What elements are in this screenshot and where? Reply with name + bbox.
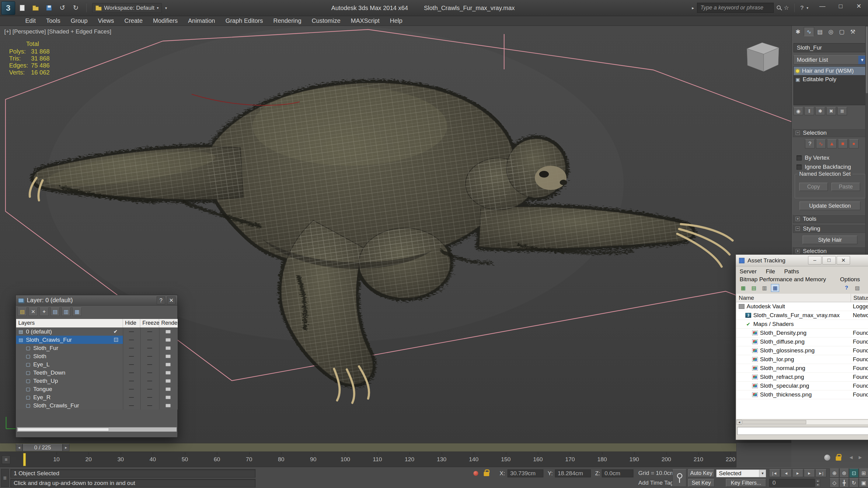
menu-file[interactable]: File xyxy=(766,268,775,275)
selection-rollout-header[interactable]: − Selection xyxy=(793,128,867,137)
close-icon[interactable]: ✕ xyxy=(837,256,850,264)
zoom-extents-icon[interactable]: ⊡ xyxy=(849,468,859,478)
go-to-start-icon[interactable]: |◄ xyxy=(769,469,780,477)
menu-maxscript[interactable]: MAXScript xyxy=(346,16,384,26)
hide-toggle[interactable]: — xyxy=(128,362,135,367)
report-icon[interactable]: ▤ xyxy=(750,284,758,292)
maximize-icon[interactable]: □ xyxy=(823,256,836,264)
menu-graph-editors[interactable]: Graph Editors xyxy=(220,16,268,26)
freeze-toggle[interactable]: — xyxy=(146,362,153,367)
asset-row[interactable]: Autodesk VaultLogged Ou xyxy=(736,302,868,311)
current-frame-field[interactable]: 0 xyxy=(769,479,815,487)
freeze-toggle[interactable]: — xyxy=(146,403,153,408)
add-selection-to-layer-icon[interactable]: + xyxy=(39,307,49,316)
elements-icon[interactable]: ● xyxy=(849,139,859,149)
selection2-rollout-header[interactable]: + Selection xyxy=(793,247,867,255)
render-toggle-icon[interactable] xyxy=(165,387,171,391)
modifier-list-dropdown[interactable]: Modifier List ▼ xyxy=(794,55,866,64)
render-toggle-icon[interactable] xyxy=(165,355,171,358)
layer-row[interactable]: ▢Teeth_Up—— xyxy=(16,377,178,385)
current-layer-check-icon[interactable]: ✔ xyxy=(114,329,118,334)
guides-icon[interactable]: ∿ xyxy=(816,139,826,149)
configure-modifier-sets-icon[interactable]: ≣ xyxy=(837,107,847,115)
menu-customize[interactable]: Customize xyxy=(307,16,346,26)
help-dropdown-icon[interactable]: ▾ xyxy=(807,6,808,10)
render-toggle-icon[interactable] xyxy=(165,346,171,350)
paste-button[interactable]: Paste xyxy=(832,183,860,191)
freeze-toggle[interactable]: — xyxy=(146,386,153,392)
freeze-toggle[interactable]: — xyxy=(146,354,153,359)
save-file-icon[interactable] xyxy=(44,3,54,13)
hide-toggle[interactable]: — xyxy=(128,386,135,392)
create-tab-icon[interactable]: ✱ xyxy=(793,27,803,36)
x-coordinate-field[interactable]: 30.739cm xyxy=(507,469,544,477)
menu-edit[interactable]: Edit xyxy=(20,16,41,26)
z-coordinate-field[interactable]: 0.0cm xyxy=(602,469,633,477)
network-icon[interactable]: ▨ xyxy=(853,284,861,292)
render-toggle-icon[interactable] xyxy=(165,396,171,399)
field-of-view-icon[interactable]: ◇ xyxy=(830,478,839,487)
make-unique-icon[interactable]: ✱ xyxy=(815,107,825,115)
style-hair-button[interactable]: Style Hair xyxy=(803,236,857,244)
hierarchy-tab-icon[interactable]: ▤ xyxy=(815,27,825,36)
table-view-icon[interactable]: ▦ xyxy=(771,284,779,292)
track-bar[interactable]: ◄ 0 / 225 ► xyxy=(0,443,736,452)
menu-options[interactable]: Options xyxy=(840,276,860,283)
open-file-icon[interactable] xyxy=(30,3,41,13)
render-toggle-icon[interactable] xyxy=(165,404,171,408)
time-slider-label[interactable]: 0 / 225 xyxy=(23,444,63,451)
modifier-stack-item[interactable]: Hair and Fur (WSM) xyxy=(794,67,866,75)
hide-toggle[interactable]: — xyxy=(128,395,135,400)
help-button[interactable]: ? xyxy=(157,296,165,304)
frame-spinner[interactable]: ▴▾ xyxy=(815,479,820,487)
workspace-extra-dropdown-icon[interactable]: ▾ xyxy=(165,6,167,10)
menu-help[interactable]: Help xyxy=(385,16,408,26)
freeze-toggle[interactable]: — xyxy=(146,346,153,351)
scroll-left-icon[interactable]: ◄ xyxy=(737,420,742,424)
menu-modifiers[interactable]: Modifiers xyxy=(148,16,183,26)
select-objects-in-layer-icon[interactable]: ▤ xyxy=(51,307,60,316)
freeze-toggle[interactable]: — xyxy=(146,329,153,334)
previous-key-icon[interactable]: ◄ xyxy=(848,455,854,461)
maxscript-mini-listener[interactable]: ≣ xyxy=(1,469,9,487)
communication-center-icon[interactable]: ☆ xyxy=(784,5,789,11)
ignore-backfacing-checkbox[interactable] xyxy=(797,164,802,170)
modify-tab-icon[interactable]: ∿ xyxy=(804,27,814,36)
render-toggle-icon[interactable] xyxy=(165,338,171,342)
layer-row[interactable]: ▤0 (default)✔—— xyxy=(16,327,178,336)
horizontal-scrollbar[interactable]: ◄ ► xyxy=(736,420,868,425)
show-end-result-icon[interactable]: ‖ xyxy=(804,107,814,115)
layer-row[interactable]: ▢Sloth_Crawls_Fur—— xyxy=(16,401,178,410)
layer-row[interactable]: ▢Eye_R—— xyxy=(16,393,178,401)
asset-row[interactable]: Sloth_specular.pngFound xyxy=(736,382,868,390)
layer-row[interactable]: ▢Tongue—— xyxy=(16,385,178,393)
asset-row[interactable]: Sloth_normal.pngFound xyxy=(736,364,868,373)
key-filter-dropdown[interactable]: Selected ▾ xyxy=(716,469,766,477)
layer-row[interactable]: ▢Teeth_Down—— xyxy=(16,368,178,377)
add-time-tag[interactable]: Add Time Tag xyxy=(638,479,674,487)
layer-dialog-titlebar[interactable]: Layer: 0 (default) xyxy=(16,295,177,305)
previous-frame-icon[interactable]: ◄ xyxy=(781,469,792,477)
hide-toggle[interactable]: — xyxy=(128,329,135,334)
close-icon[interactable]: ✕ xyxy=(167,296,176,304)
render-toggle-icon[interactable] xyxy=(165,371,171,375)
copy-button[interactable]: Copy xyxy=(799,183,828,191)
asset-row[interactable]: Sloth_thickness.pngFound xyxy=(736,390,868,399)
menu-create[interactable]: Create xyxy=(119,16,148,26)
redo-icon[interactable]: ↻ xyxy=(70,3,81,13)
workspace-dropdown[interactable]: Workspace: Default ▾ xyxy=(92,3,162,13)
polygons-icon[interactable]: ■ xyxy=(838,139,848,149)
close-icon[interactable]: ✕ xyxy=(850,0,868,12)
motion-tab-icon[interactable]: ◎ xyxy=(826,27,836,36)
orbit-icon[interactable]: ↻ xyxy=(849,478,859,487)
time-slider[interactable]: ◄ 0 / 225 ► xyxy=(16,444,69,451)
hide-toggle[interactable]: — xyxy=(128,354,135,359)
zoom-all-icon[interactable]: ⊛ xyxy=(839,468,849,478)
search-collapse-icon[interactable]: ▸ xyxy=(692,6,694,10)
new-scene-icon[interactable] xyxy=(17,3,27,13)
hide-toggle[interactable]: — xyxy=(128,337,135,343)
open-mini-curve-editor-button[interactable]: ≡ xyxy=(2,455,10,464)
asset-row[interactable]: ✔Maps / Shaders xyxy=(736,320,868,329)
previous-frame-icon[interactable]: ◄ xyxy=(16,444,23,451)
y-coordinate-field[interactable]: 18.284cm xyxy=(555,469,591,477)
